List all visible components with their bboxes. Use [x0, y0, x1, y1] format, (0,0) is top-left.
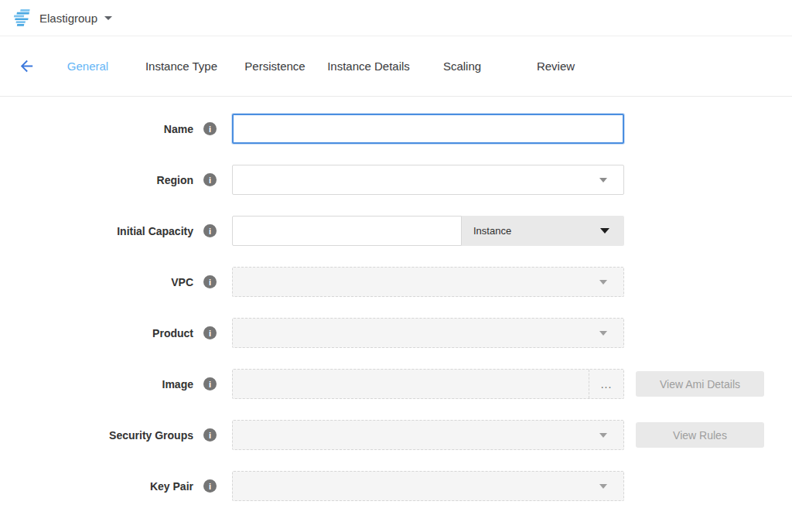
capacity-unit-select[interactable]: Instance: [462, 216, 624, 246]
info-icon[interactable]: i: [203, 173, 217, 186]
image-picker: ...: [232, 369, 624, 399]
image-value-field: [233, 370, 589, 398]
info-icon[interactable]: i: [203, 326, 217, 339]
chevron-down-icon: [599, 331, 607, 336]
tab-instance-type[interactable]: Instance Type: [135, 60, 228, 73]
app-title: Elastigroup: [39, 12, 97, 25]
form-row-name: Name i: [0, 114, 792, 144]
chevron-down-icon: [104, 16, 112, 20]
tab-scaling[interactable]: Scaling: [415, 60, 509, 73]
info-icon[interactable]: i: [203, 479, 217, 493]
capacity-unit-value: Instance: [473, 225, 511, 237]
app-header: Elastigroup: [0, 0, 792, 36]
initial-capacity-label: Initial Capacity: [0, 225, 193, 237]
wizard-tab-bar: General Instance Type Persistence Instan…: [0, 36, 792, 97]
name-input[interactable]: [232, 114, 624, 144]
view-rules-button[interactable]: View Rules: [636, 422, 764, 448]
region-label: Region: [0, 174, 193, 186]
region-select[interactable]: [232, 165, 624, 195]
elastigroup-logo-icon: [10, 8, 32, 28]
image-label: Image: [0, 378, 193, 390]
image-browse-button[interactable]: ...: [589, 370, 623, 398]
view-ami-details-button[interactable]: View Ami Details: [636, 371, 764, 397]
form-row-region: Region i: [0, 165, 792, 195]
form-row-initial-capacity: Initial Capacity i Instance: [0, 216, 792, 246]
chevron-down-icon: [599, 484, 607, 489]
form-row-image: Image i ... View Ami Details: [0, 369, 792, 399]
elastigroup-menu[interactable]: Elastigroup: [10, 8, 112, 28]
info-icon[interactable]: i: [203, 428, 217, 442]
name-label: Name: [0, 123, 193, 135]
info-icon[interactable]: i: [203, 224, 217, 237]
chevron-down-icon: [599, 280, 607, 285]
tab-list: General Instance Type Persistence Instan…: [41, 60, 603, 73]
vpc-label: VPC: [0, 276, 193, 288]
chevron-down-icon: [599, 433, 607, 438]
initial-capacity-input[interactable]: [232, 216, 462, 246]
tab-review[interactable]: Review: [509, 60, 603, 73]
chevron-down-icon: [599, 178, 607, 182]
form-row-product: Product i: [0, 318, 792, 348]
key-pair-select: [232, 471, 624, 501]
vpc-select: [232, 267, 624, 297]
tab-persistence[interactable]: Persistence: [228, 60, 322, 73]
tab-general[interactable]: General: [41, 60, 135, 73]
product-select: [232, 318, 624, 348]
info-icon[interactable]: i: [203, 122, 217, 135]
security-groups-label: Security Groups: [0, 429, 193, 442]
form-row-security-groups: Security Groups i View Rules: [0, 420, 792, 450]
tab-instance-details[interactable]: Instance Details: [322, 60, 415, 73]
product-label: Product: [0, 327, 193, 339]
back-button[interactable]: [15, 55, 38, 78]
form-row-vpc: VPC i: [0, 267, 792, 297]
key-pair-label: Key Pair: [0, 480, 193, 493]
general-form: Name i Region i Initial Capacity i Insta…: [0, 97, 792, 501]
security-groups-select: [232, 420, 624, 450]
form-row-key-pair: Key Pair i: [0, 471, 792, 501]
info-icon[interactable]: i: [203, 275, 217, 288]
chevron-down-icon: [600, 228, 609, 234]
info-icon[interactable]: i: [203, 377, 217, 390]
back-arrow-icon: [18, 57, 36, 75]
